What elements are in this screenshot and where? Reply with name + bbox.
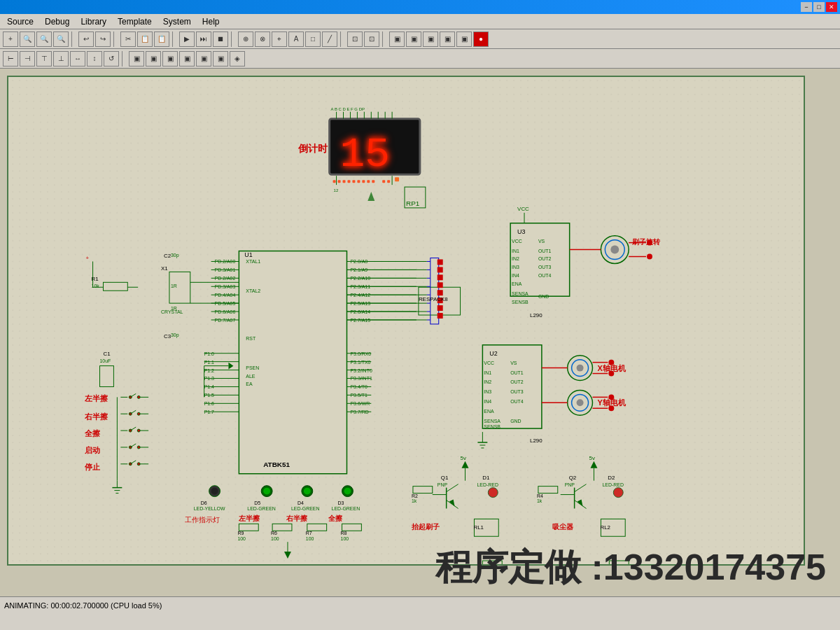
svg-rect-306 <box>538 486 558 493</box>
tb-zoom-fit[interactable]: 🔍 <box>36 31 52 47</box>
tb-add[interactable]: + <box>3 31 18 47</box>
svg-text:R6: R6 <box>271 531 277 536</box>
close-button[interactable]: ✕ <box>826 2 837 12</box>
svg-text:U3: U3 <box>517 228 525 235</box>
svg-text:OUT1: OUT1 <box>510 370 524 375</box>
title-bar: − □ ✕ <box>0 0 840 14</box>
svg-point-214 <box>608 371 614 377</box>
menu-library[interactable]: Library <box>75 15 112 28</box>
tb-extra2[interactable]: ▣ <box>406 31 421 47</box>
tb2-btn13[interactable]: ▣ <box>213 51 228 66</box>
tb-step[interactable]: ⏭ <box>196 31 211 47</box>
maximize-button[interactable]: □ <box>813 2 825 12</box>
tb2-btn7[interactable]: ↺ <box>104 51 119 66</box>
menu-help[interactable]: Help <box>197 15 225 28</box>
svg-rect-11 <box>362 180 365 183</box>
main-canvas-area: 15 <box>0 69 840 613</box>
svg-text:100: 100 <box>341 536 349 541</box>
tb2-btn11[interactable]: ▣ <box>179 51 195 66</box>
svg-text:LED-RED: LED-RED <box>602 482 624 487</box>
separator-2 <box>113 31 118 47</box>
tb-redo[interactable]: ↪ <box>95 31 111 47</box>
tb2-btn3[interactable]: ⊤ <box>36 51 52 66</box>
svg-text:Q1: Q1 <box>441 475 449 481</box>
tb-extra1[interactable]: ▣ <box>389 31 405 47</box>
tb-probe2[interactable]: ⊡ <box>364 31 379 47</box>
svg-text:PSEN: PSEN <box>246 365 259 370</box>
tb-extra3[interactable]: ▣ <box>423 31 438 47</box>
svg-text:SENSA: SENSA <box>484 419 500 424</box>
tb2-btn1[interactable]: ⊢ <box>3 51 18 66</box>
svg-text:L290: L290 <box>530 312 542 318</box>
tb-box[interactable]: □ <box>305 31 321 47</box>
svg-text:A B C D E F G DP: A B C D E F G DP <box>331 107 365 111</box>
tb-run[interactable]: ▶ <box>179 31 195 47</box>
tb2-btn4[interactable]: ⊥ <box>53 51 69 66</box>
svg-point-138 <box>137 396 140 398</box>
svg-text:1k: 1k <box>537 499 542 504</box>
svg-rect-12 <box>367 180 370 183</box>
svg-point-208 <box>577 365 584 372</box>
svg-text:X1: X1 <box>161 265 168 272</box>
menu-source[interactable]: Source <box>1 15 39 28</box>
tb2-btn14[interactable]: ◈ <box>230 51 245 66</box>
svg-text:10uF: 10uF <box>100 358 111 363</box>
tb-label[interactable]: ⌖ <box>272 31 287 47</box>
menu-template[interactable]: Template <box>112 15 158 28</box>
svg-text:1k: 1k <box>412 499 417 504</box>
svg-rect-279 <box>272 524 292 531</box>
tb-copy[interactable]: 📋 <box>137 31 153 47</box>
svg-point-266 <box>304 488 311 495</box>
svg-rect-191 <box>482 345 542 428</box>
menu-debug[interactable]: Debug <box>39 15 75 28</box>
svg-text:RESPACK8: RESPACK8 <box>419 296 448 302</box>
tb-bus[interactable]: ⊗ <box>255 31 270 47</box>
tb2-btn9[interactable]: ▣ <box>146 51 161 66</box>
svg-text:100: 100 <box>271 536 279 541</box>
tb-zoom-out[interactable]: 🔍 <box>53 31 69 47</box>
separator-5 <box>340 31 344 47</box>
tb-extra5[interactable]: ▣ <box>456 31 472 47</box>
svg-text:100: 100 <box>237 536 246 541</box>
tb2-btn2[interactable]: ⊣ <box>20 51 35 66</box>
svg-text:EA: EA <box>246 382 253 386</box>
svg-point-257 <box>211 488 218 495</box>
svg-rect-252 <box>438 290 443 295</box>
tb-cut[interactable]: ✂ <box>120 31 136 47</box>
svg-text:SENSB: SENSB <box>512 300 528 304</box>
svg-text:LED-RED: LED-RED <box>477 482 498 487</box>
svg-text:D6: D6 <box>201 500 207 505</box>
svg-text:C1: C1 <box>103 351 111 357</box>
tb-paste[interactable]: 📋 <box>154 31 169 47</box>
svg-rect-16 <box>395 177 399 181</box>
tb-text[interactable]: A <box>288 31 304 47</box>
minimize-button[interactable]: − <box>801 2 812 12</box>
svg-text:GND: GND <box>510 419 521 424</box>
svg-text:RL1: RL1 <box>473 524 484 531</box>
menu-system[interactable]: System <box>158 15 197 28</box>
tb-wire[interactable]: ⊕ <box>238 31 253 47</box>
tb-undo[interactable]: ↩ <box>78 31 94 47</box>
svg-text:RST: RST <box>246 336 256 341</box>
svg-point-148 <box>137 429 140 432</box>
tb2-btn5[interactable]: ↔ <box>70 51 85 66</box>
svg-text:IN3: IN3 <box>484 389 491 394</box>
tb2-btn12[interactable]: ▣ <box>196 51 211 66</box>
svg-text:D2: D2 <box>608 475 615 481</box>
tb-extra4[interactable]: ▣ <box>440 31 455 47</box>
tb2-btn6[interactable]: ↕ <box>87 51 102 66</box>
separator-7 <box>122 51 126 66</box>
svg-rect-255 <box>438 313 443 318</box>
tb-stop[interactable]: ⏹ <box>213 31 228 47</box>
circuit-canvas[interactable]: 15 <box>7 76 805 566</box>
tb-probe[interactable]: ⊡ <box>347 31 363 47</box>
tb-record[interactable]: ● <box>473 31 489 47</box>
svg-text:VCC: VCC <box>512 239 522 244</box>
svg-point-184 <box>610 246 619 254</box>
tb2-btn8[interactable]: ▣ <box>129 51 144 66</box>
tb-zoom-in[interactable]: 🔍 <box>20 31 35 47</box>
tb2-btn10[interactable]: ▣ <box>162 51 178 66</box>
tb-line[interactable]: ╱ <box>322 31 337 47</box>
svg-point-213 <box>608 360 614 365</box>
svg-text:U2: U2 <box>489 350 497 357</box>
